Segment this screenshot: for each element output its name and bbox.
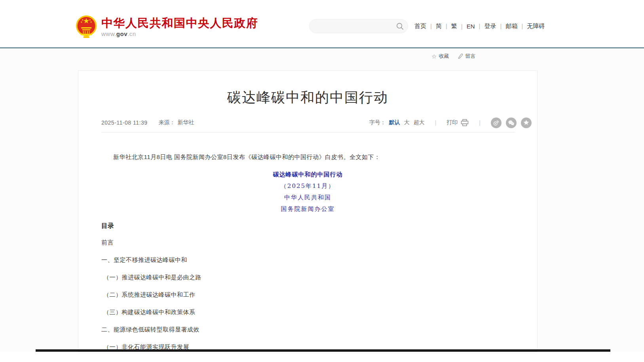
doc-org-line2: 国务院新闻办公室 xyxy=(101,206,514,212)
below-fold-edge xyxy=(36,349,610,352)
site-header: 中华人民共和国中央人民政府 www.gov.cn 首页 简 繁 EN 登录 邮箱… xyxy=(0,0,644,47)
nav-accessibility[interactable]: 无障碍 xyxy=(517,23,545,30)
site-url-gov: gov xyxy=(116,30,127,37)
nav-traditional[interactable]: 繁 xyxy=(442,23,457,30)
article-card: 碳达峰碳中和的中国行动 2025-11-08 11:39 来源： 新华社 字号：… xyxy=(78,70,538,352)
print-label: 打印 xyxy=(446,119,458,126)
source-name[interactable]: 新华社 xyxy=(177,119,194,126)
meta-separator: | xyxy=(479,119,481,126)
site-url-prefix: www. xyxy=(101,30,116,37)
font-size-xlarge-button[interactable]: 超大 xyxy=(414,119,425,126)
brand[interactable]: 中华人民共和国中央人民政府 www.gov.cn xyxy=(75,15,258,39)
toc-heading: 目录 xyxy=(101,223,514,229)
site-title: 中华人民共和国中央人民政府 xyxy=(101,17,258,29)
nav-home[interactable]: 首页 xyxy=(414,23,426,30)
doc-org-line1: 中华人民共和国 xyxy=(101,194,514,201)
lead-paragraph: 新华社北京11月8日电 国务院新闻办公室8日发布《碳达峰碳中和的中国行动》白皮书… xyxy=(101,154,514,160)
main-nav: 首页 简 繁 EN 登录 邮箱 无障碍 xyxy=(414,23,545,30)
qzone-share-icon[interactable] xyxy=(521,118,532,128)
nav-mail[interactable]: 邮箱 xyxy=(496,23,517,30)
search-input[interactable] xyxy=(316,19,395,33)
meta-separator: | xyxy=(435,119,437,126)
star-icon: ☆ xyxy=(431,53,437,59)
publish-date: 2025-11-08 11:39 xyxy=(101,119,147,126)
comment-label: 留言 xyxy=(465,53,475,60)
toc-item-1: 一、坚定不移推进碳达峰碳中和 xyxy=(101,257,514,263)
font-size-large-button[interactable]: 大 xyxy=(404,119,410,126)
pen-icon xyxy=(458,53,463,59)
search-icon[interactable] xyxy=(396,23,404,30)
main-area: ☆ 收藏 留言 碳达峰碳中和的中国行动 2025-11-08 11:39 来源：… xyxy=(0,48,644,352)
national-emblem-icon xyxy=(75,15,97,39)
meta-divider xyxy=(101,132,515,133)
toc-item-preface: 前言 xyxy=(101,239,514,246)
toc-item-1-3: （三）构建碳达峰碳中和政策体系 xyxy=(101,309,514,315)
nav-english[interactable]: EN xyxy=(457,23,475,30)
article-body: 新华社北京11月8日电 国务院新闻办公室8日发布《碳达峰碳中和的中国行动》白皮书… xyxy=(78,154,537,350)
font-size-default-button[interactable]: 默认 xyxy=(389,119,400,126)
nav-login[interactable]: 登录 xyxy=(475,23,496,30)
weibo-share-icon[interactable] xyxy=(491,118,502,128)
article-meta: 2025-11-08 11:39 来源： 新华社 字号： 默认 大 超大 | 打… xyxy=(78,118,537,128)
toc-item-1-1: （一）推进碳达峰碳中和是必由之路 xyxy=(101,274,514,281)
site-url-suffix: .cn xyxy=(127,30,136,37)
nav-simplified[interactable]: 简 xyxy=(426,23,442,30)
doc-title: 碳达峰碳中和的中国行动 xyxy=(101,171,514,178)
quick-actions: ☆ 收藏 留言 xyxy=(431,53,475,60)
toc-item-2: 二、能源绿色低碳转型取得显著成效 xyxy=(101,326,514,333)
printer-icon xyxy=(461,119,469,126)
comment-button[interactable]: 留言 xyxy=(458,53,475,60)
print-button[interactable]: 打印 xyxy=(446,119,469,126)
toc-item-1-2: （二）系统推进碳达峰碳中和工作 xyxy=(101,292,514,298)
search-box[interactable] xyxy=(309,19,408,33)
favorite-label: 收藏 xyxy=(439,53,449,60)
favorite-button[interactable]: ☆ 收藏 xyxy=(431,53,449,60)
doc-date: （2025年11月） xyxy=(101,183,514,189)
article-title: 碳达峰碳中和的中国行动 xyxy=(78,88,537,106)
wechat-share-icon[interactable] xyxy=(506,118,517,128)
source-label: 来源： xyxy=(158,119,175,126)
font-size-label: 字号： xyxy=(369,119,386,126)
site-url: www.gov.cn xyxy=(101,30,258,37)
share-icons xyxy=(491,118,532,128)
